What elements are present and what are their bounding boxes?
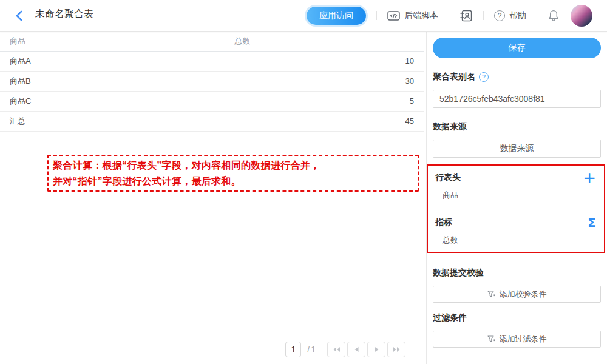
help-label: 帮助 — [509, 10, 526, 21]
datasource-button[interactable]: 数据来源 — [433, 140, 601, 158]
table-row: 商品A 10 — [0, 51, 424, 71]
filter-label: 过滤条件 — [433, 312, 601, 323]
help-button[interactable]: ? 帮助 — [494, 10, 526, 21]
cell-total: 30 — [225, 71, 424, 91]
chevron-left-icon — [15, 10, 23, 21]
preview-area: 商品 总数 商品A 10 商品B 30 商品C 5 — [0, 32, 426, 364]
add-filter-button[interactable]: 添加过滤条件 — [433, 331, 601, 348]
save-button[interactable]: 保存 — [433, 38, 601, 58]
first-page-button[interactable] — [327, 342, 345, 357]
add-row-header-icon[interactable]: + — [583, 171, 596, 184]
code-icon — [387, 10, 400, 21]
aggregation-fields-highlight: 行表头 + 商品 指标 Σ 总数 — [427, 164, 605, 253]
backend-script-button[interactable]: 后端脚本 — [387, 10, 438, 21]
row-header-section: 行表头 + — [428, 170, 604, 185]
cell-total: 5 — [225, 91, 424, 111]
aggregation-table-editor: 未命名聚合表 应用访问 后端脚本 — [0, 0, 607, 364]
table-row: 商品B 30 — [0, 71, 424, 91]
validation-label-text: 数据提交校验 — [433, 268, 484, 278]
prev-page-button[interactable] — [347, 342, 365, 357]
alias-help-icon[interactable]: ? — [479, 72, 489, 82]
metric-field[interactable]: 总数 — [443, 235, 604, 246]
metric-label: 指标 — [435, 217, 452, 228]
alias-label-row: 聚合表别名 ? — [433, 72, 601, 83]
topbar: 未命名聚合表 应用访问 后端脚本 — [0, 0, 607, 32]
pagination-bar: 1 /1 — [0, 337, 426, 362]
annotation-line-1: 聚合计算：根据“行表头”字段，对内容相同的数据进行合并， — [53, 158, 413, 174]
question-mark-icon: ? — [494, 10, 505, 21]
annotation-note: 聚合计算：根据“行表头”字段，对内容相同的数据进行合并， 并对“指针”字段进行公… — [47, 155, 419, 192]
filter-icon — [487, 335, 496, 343]
column-header-product: 商品 — [0, 32, 225, 51]
add-validation-button[interactable]: 添加校验条件 — [433, 286, 601, 303]
cell-product: 商品C — [0, 91, 225, 111]
address-book-icon — [459, 10, 473, 22]
bell-icon — [548, 9, 560, 22]
alias-input[interactable] — [433, 90, 601, 108]
validation-label: 数据提交校验 — [433, 268, 601, 278]
backend-script-label: 后端脚本 — [404, 10, 438, 21]
table-row: 商品C 5 — [0, 91, 424, 111]
cell-product: 商品B — [0, 71, 225, 91]
page-title[interactable]: 未命名聚合表 — [34, 7, 96, 24]
metric-section: 指标 Σ — [428, 215, 604, 230]
cell-product: 商品A — [0, 51, 225, 71]
double-chevron-right-icon — [393, 346, 401, 352]
filter-icon — [487, 291, 496, 298]
settings-sidebar: 保存 聚合表别名 ? 数据来源 数据来源 行表头 + 商品 指标 Σ — [426, 32, 607, 364]
add-filter-label: 添加过滤条件 — [500, 334, 547, 345]
notification-button[interactable] — [548, 9, 560, 22]
topbar-actions: 应用访问 后端脚本 — [307, 5, 592, 27]
user-avatar[interactable] — [571, 5, 592, 27]
row-header-label: 行表头 — [435, 172, 461, 183]
double-chevron-left-icon — [333, 346, 341, 352]
cell-total: 10 — [225, 51, 424, 71]
column-header-total: 总数 — [225, 32, 424, 51]
chevron-right-triangle-icon — [374, 346, 379, 352]
divider — [449, 11, 449, 20]
divider — [537, 11, 537, 20]
datasource-label: 数据来源 — [433, 121, 601, 132]
aggregation-preview-table: 商品 总数 商品A 10 商品B 30 商品C 5 — [0, 32, 424, 132]
app-access-button[interactable]: 应用访问 — [307, 7, 366, 25]
add-validation-label: 添加校验条件 — [500, 289, 547, 300]
content: 商品 总数 商品A 10 商品B 30 商品C 5 — [0, 32, 607, 364]
sigma-icon[interactable]: Σ — [588, 216, 596, 229]
back-button[interactable] — [12, 9, 25, 22]
total-pages-label: /1 — [307, 345, 317, 354]
current-page-input[interactable]: 1 — [285, 342, 301, 357]
contacts-button[interactable] — [459, 10, 473, 22]
table-row: 汇总 45 — [0, 111, 424, 131]
next-page-button[interactable] — [367, 342, 385, 357]
cell-product: 汇总 — [0, 111, 225, 131]
chevron-left-triangle-icon — [354, 346, 359, 352]
annotation-line-2: 并对“指针”字段进行公式计算，最后求和。 — [53, 174, 413, 189]
alias-label: 聚合表别名 — [433, 72, 475, 83]
last-page-button[interactable] — [387, 342, 405, 357]
cell-total: 45 — [225, 111, 424, 131]
table-header-row: 商品 总数 — [0, 32, 424, 51]
row-header-field[interactable]: 商品 — [443, 190, 604, 201]
filter-label-text: 过滤条件 — [433, 312, 467, 323]
divider — [483, 11, 484, 20]
datasource-label-text: 数据来源 — [433, 121, 467, 132]
divider — [376, 11, 377, 20]
